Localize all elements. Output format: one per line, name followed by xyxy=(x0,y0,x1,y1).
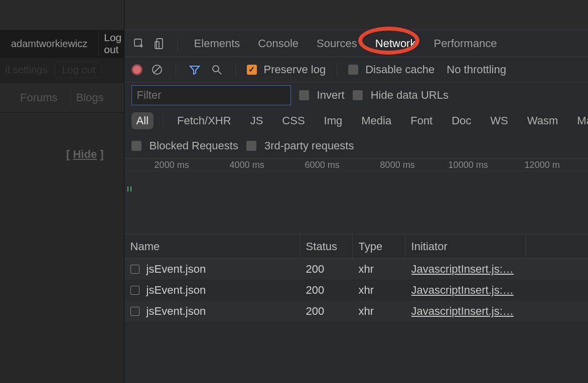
disable-cache-checkbox[interactable] xyxy=(348,65,358,75)
ghost-logout: Log out xyxy=(55,62,102,78)
search-icon[interactable] xyxy=(209,62,224,77)
username-label: adamtworkiewicz xyxy=(11,38,92,50)
tab-elements[interactable]: Elements xyxy=(185,30,249,57)
logout-link[interactable]: Log out xyxy=(98,32,123,56)
nav-forums[interactable]: Forums xyxy=(15,88,63,107)
filter-row: Invert Hide data URLs xyxy=(124,82,588,108)
user-bar: adamtworkiewicz Log out xyxy=(0,30,124,58)
app-nav: Forums Blogs xyxy=(0,83,124,113)
request-status: 200 xyxy=(300,259,353,280)
clear-icon[interactable] xyxy=(150,62,165,77)
app-topbar xyxy=(0,0,124,30)
type-filter-row: All Fetch/XHR JS CSS Img Media Font Doc … xyxy=(124,108,588,133)
hide-data-urls-checkbox[interactable] xyxy=(353,90,363,100)
file-icon xyxy=(130,307,139,316)
filter-icon[interactable] xyxy=(187,62,202,77)
type-manifest[interactable]: Manifest xyxy=(572,112,588,129)
request-size: 24 xyxy=(526,301,588,322)
type-img[interactable]: Img xyxy=(319,112,348,129)
record-button[interactable] xyxy=(131,64,142,75)
nav-blogs[interactable]: Blogs xyxy=(71,88,109,107)
request-initiator[interactable]: JavascriptInsert.js:… xyxy=(411,305,514,318)
invert-label: Invert xyxy=(317,89,345,102)
network-toolbar: Preserve log Disable cache No throttling xyxy=(124,57,588,82)
tab-console[interactable]: Console xyxy=(249,30,308,57)
separator xyxy=(178,36,178,51)
timeline-ruler[interactable]: 2000 ms 4000 ms 6000 ms 8000 ms 10000 ms… xyxy=(124,158,588,171)
activity-mark xyxy=(127,186,128,192)
tab-network[interactable]: Network xyxy=(366,30,425,57)
devtools-tabbar: Elements Console Sources Network Perform… xyxy=(124,30,588,57)
request-status: 200 xyxy=(300,301,353,322)
request-type: xhr xyxy=(353,259,405,280)
col-name[interactable]: Name xyxy=(124,235,300,258)
type-all[interactable]: All xyxy=(131,112,154,129)
separator xyxy=(337,63,337,77)
preserve-log-checkbox[interactable] xyxy=(247,65,257,75)
separator xyxy=(176,63,176,77)
request-row[interactable]: jsEvent.json 200 xhr JavascriptInsert.js… xyxy=(124,301,588,322)
tick-4000: 4000 ms xyxy=(230,160,264,170)
type-fetchxhr[interactable]: Fetch/XHR xyxy=(172,112,236,129)
request-initiator[interactable]: JavascriptInsert.js:… xyxy=(411,263,514,276)
type-font[interactable]: Font xyxy=(405,112,437,129)
separator xyxy=(235,63,236,77)
request-name: jsEvent.json xyxy=(146,263,206,276)
tab-sources[interactable]: Sources xyxy=(308,30,366,57)
filter-input[interactable] xyxy=(131,85,291,105)
app-panel: adamtworkiewicz Log out it settings Log … xyxy=(0,0,124,383)
request-size: 24 xyxy=(526,280,588,301)
thirdparty-label: 3rd-party requests xyxy=(264,139,354,152)
device-toggle-icon[interactable] xyxy=(152,35,169,52)
request-name: jsEvent.json xyxy=(146,305,206,318)
activity-mark xyxy=(130,186,131,192)
type-doc[interactable]: Doc xyxy=(447,112,476,129)
request-status: 200 xyxy=(300,280,353,301)
devtools-top-gap xyxy=(124,0,588,30)
tab-network-label: Network xyxy=(375,37,416,50)
tick-2000: 2000 ms xyxy=(155,160,189,170)
tab-performance[interactable]: Performance xyxy=(424,30,506,57)
file-icon xyxy=(130,286,139,295)
thirdparty-checkbox[interactable] xyxy=(246,141,256,151)
col-initiator[interactable]: Initiator xyxy=(405,235,526,258)
type-media[interactable]: Media xyxy=(356,112,396,129)
request-size: 22 xyxy=(526,259,588,280)
throttling-select[interactable]: No throttling xyxy=(447,63,506,76)
tick-8000: 8000 ms xyxy=(380,160,415,170)
type-js[interactable]: JS xyxy=(245,112,268,129)
devtools-panel: Elements Console Sources Network Perform… xyxy=(124,0,588,383)
svg-rect-1 xyxy=(157,39,163,49)
ghost-row: it settings Log out xyxy=(0,58,124,83)
hide-toggle[interactable]: [ Hide ] xyxy=(66,148,104,161)
request-initiator[interactable]: JavascriptInsert.js:… xyxy=(411,284,514,297)
type-css[interactable]: CSS xyxy=(277,112,310,129)
bracket-close: ] xyxy=(97,148,103,160)
svg-line-6 xyxy=(218,71,221,74)
request-name: jsEvent.json xyxy=(146,284,206,297)
bracket-open: [ xyxy=(66,148,73,160)
empty-area xyxy=(124,322,588,383)
invert-checkbox[interactable] xyxy=(299,90,309,100)
svg-point-5 xyxy=(213,66,219,72)
request-type: xhr xyxy=(353,301,405,322)
blocked-requests-checkbox[interactable] xyxy=(131,141,141,151)
type-wasm[interactable]: Wasm xyxy=(522,112,563,129)
hide-label: Hide xyxy=(73,148,97,160)
request-type: xhr xyxy=(353,280,405,301)
tick-12000: 12000 m xyxy=(525,160,560,170)
svg-rect-2 xyxy=(155,42,159,49)
inspect-icon[interactable] xyxy=(130,35,148,52)
col-size[interactable]: Size xyxy=(526,235,588,258)
request-row[interactable]: jsEvent.json 200 xhr JavascriptInsert.js… xyxy=(124,259,588,280)
type-ws[interactable]: WS xyxy=(485,112,513,129)
filter-row-2: Blocked Requests 3rd-party requests xyxy=(124,133,588,158)
col-type[interactable]: Type xyxy=(353,235,405,258)
timeline-overview[interactable] xyxy=(124,171,588,235)
app-body: [ Hide ] xyxy=(0,113,124,383)
blocked-requests-label: Blocked Requests xyxy=(150,139,238,152)
file-icon xyxy=(130,265,139,274)
request-row[interactable]: jsEvent.json 200 xhr JavascriptInsert.js… xyxy=(124,280,588,301)
svg-line-4 xyxy=(154,67,160,73)
col-status[interactable]: Status xyxy=(300,235,353,258)
